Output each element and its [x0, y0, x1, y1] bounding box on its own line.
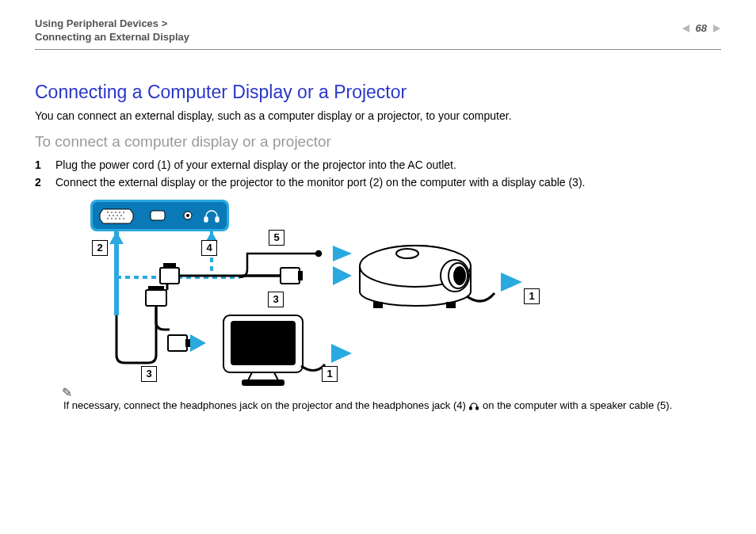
- breadcrumb-top: Using Peripheral Devices >: [35, 17, 189, 31]
- svg-point-15: [115, 218, 116, 219]
- svg-rect-21: [204, 217, 208, 222]
- svg-rect-28: [168, 335, 187, 351]
- svg-point-40: [396, 249, 418, 258]
- svg-rect-34: [298, 271, 303, 280]
- cable-black: [116, 307, 156, 363]
- section-title: Connecting a Computer Display or a Proje…: [35, 82, 721, 103]
- svg-point-8: [123, 212, 124, 213]
- page-header: Using Peripheral Devices > Connecting an…: [35, 17, 721, 44]
- svg-rect-33: [281, 268, 300, 284]
- note-text-suffix: on the computer with a speaker cable (5)…: [483, 399, 672, 411]
- step-2: Connect the external display or the proj…: [35, 176, 721, 189]
- svg-point-4: [107, 212, 109, 213]
- arrow-right-icon: [333, 246, 352, 261]
- monitor-icon: [223, 315, 303, 385]
- svg-point-5: [111, 212, 113, 213]
- svg-point-17: [123, 218, 124, 219]
- connection-diagram: 2 4 5 3 1 3 1: [67, 196, 566, 395]
- prev-page-icon[interactable]: [682, 24, 691, 33]
- arrow-right-icon: [190, 334, 206, 352]
- page-number: 68: [696, 22, 707, 34]
- callout-3: 3: [268, 292, 284, 307]
- callout-1: 1: [322, 366, 338, 382]
- svg-point-13: [107, 218, 109, 219]
- computer-panel: [90, 200, 229, 231]
- section-subtitle: To connect a computer display or a proje…: [35, 133, 721, 151]
- svg-point-7: [119, 212, 120, 213]
- svg-point-16: [119, 218, 120, 219]
- svg-rect-47: [476, 406, 479, 410]
- svg-rect-26: [146, 290, 166, 306]
- svg-rect-22: [216, 217, 219, 222]
- arrow-right-icon: [501, 273, 522, 292]
- callout-2: 2: [92, 240, 108, 256]
- headphones-icon: [468, 401, 479, 410]
- pager: 68: [682, 17, 721, 34]
- next-page-icon[interactable]: [712, 24, 721, 33]
- svg-point-20: [186, 214, 189, 217]
- projector-icon: [360, 246, 471, 307]
- breadcrumb-sub: Connecting an External Display: [35, 31, 189, 44]
- vga-plug: [168, 335, 190, 351]
- svg-rect-27: [148, 286, 164, 291]
- callout-1: 1: [524, 288, 540, 304]
- svg-rect-46: [470, 406, 472, 410]
- intro-paragraph: You can connect an external display, suc…: [35, 109, 721, 122]
- projector-power-cord: [467, 293, 494, 301]
- arrow-right-icon: [333, 266, 352, 285]
- callout-5: 5: [269, 230, 284, 246]
- vga-plug: [281, 268, 303, 284]
- svg-point-6: [115, 212, 116, 213]
- svg-point-14: [111, 218, 113, 219]
- svg-rect-31: [163, 263, 176, 268]
- svg-marker-0: [682, 25, 689, 32]
- arrow-right-icon: [331, 344, 352, 363]
- vga-plug: [160, 263, 179, 284]
- svg-rect-41: [374, 303, 382, 307]
- svg-rect-42: [447, 303, 455, 307]
- svg-rect-45: [242, 380, 284, 385]
- callout-4: 4: [201, 240, 217, 256]
- note-text-prefix: If necessary, connect the headphones jac…: [63, 399, 468, 411]
- vga-plug: [146, 286, 166, 306]
- svg-point-9: [109, 215, 110, 216]
- svg-point-39: [454, 267, 465, 284]
- svg-rect-18: [151, 211, 165, 220]
- svg-rect-44: [231, 322, 295, 364]
- svg-rect-29: [185, 339, 190, 347]
- callout-3: 3: [141, 366, 157, 382]
- svg-point-32: [316, 251, 321, 256]
- svg-rect-30: [160, 268, 179, 284]
- note: ✎ If necessary, connect the headphones j…: [35, 401, 721, 411]
- svg-point-11: [116, 215, 118, 216]
- page: Using Peripheral Devices > Connecting an…: [0, 0, 756, 534]
- svg-point-12: [120, 215, 122, 216]
- divider: [35, 49, 721, 50]
- svg-marker-1: [713, 25, 720, 32]
- steps-list: Plug the power cord (1) of your external…: [35, 158, 721, 189]
- arrow-up-icon: [109, 231, 124, 244]
- svg-point-10: [113, 215, 114, 216]
- breadcrumb: Using Peripheral Devices > Connecting an…: [35, 17, 189, 44]
- step-1: Plug the power cord (1) of your external…: [35, 158, 721, 171]
